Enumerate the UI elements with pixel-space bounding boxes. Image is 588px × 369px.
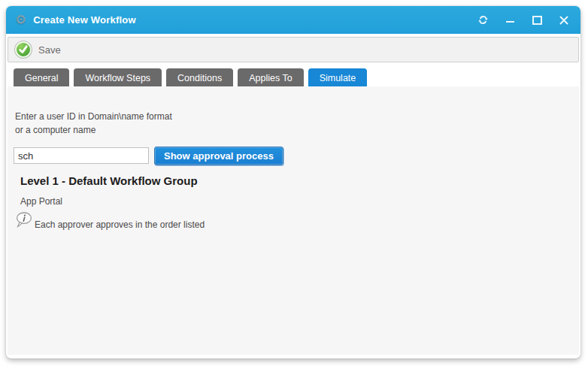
create-new-workflow-dialog: ⚙ Create New Workflow xyxy=(6,6,580,358)
simulate-panel: Enter a user ID in Domain\name format or… xyxy=(8,86,579,355)
tab-strip: General Workflow Steps Conditions Applie… xyxy=(14,68,580,88)
tab-conditions[interactable]: Conditions xyxy=(166,68,233,88)
show-approval-process-button[interactable]: Show approval process xyxy=(154,147,283,165)
window-title: Create New Workflow xyxy=(33,14,135,26)
instruction-line-1: Enter a user ID in Domain\name format xyxy=(15,110,172,123)
close-icon[interactable] xyxy=(558,14,570,26)
tab-applies-to[interactable]: Applies To xyxy=(238,68,303,88)
save-check-icon xyxy=(15,41,32,58)
save-button[interactable]: Save xyxy=(15,41,61,58)
info-note-text: Each approver approves in the order list… xyxy=(35,219,205,230)
window-controls xyxy=(477,14,570,26)
tab-workflow-steps[interactable]: Workflow Steps xyxy=(74,68,162,88)
level-heading: Level 1 - Default Workflow Group xyxy=(20,174,198,187)
gear-icon: ⚙ xyxy=(15,14,26,26)
toolbar: Save xyxy=(8,37,579,62)
refresh-icon[interactable] xyxy=(477,14,489,26)
user-id-input[interactable] xyxy=(14,147,149,164)
maximize-icon[interactable] xyxy=(531,14,543,26)
tab-general[interactable]: General xyxy=(14,68,69,88)
save-label: Save xyxy=(38,44,61,56)
minimize-icon[interactable] xyxy=(504,14,516,26)
instruction-line-2: or a computer name xyxy=(15,123,172,137)
info-bubble-icon xyxy=(15,211,35,233)
tab-simulate[interactable]: Simulate xyxy=(308,68,368,88)
title-bar: ⚙ Create New Workflow xyxy=(6,6,580,34)
instruction-text: Enter a user ID in Domain\name format or… xyxy=(15,110,172,137)
approver-group-name: App Portal xyxy=(20,196,62,207)
